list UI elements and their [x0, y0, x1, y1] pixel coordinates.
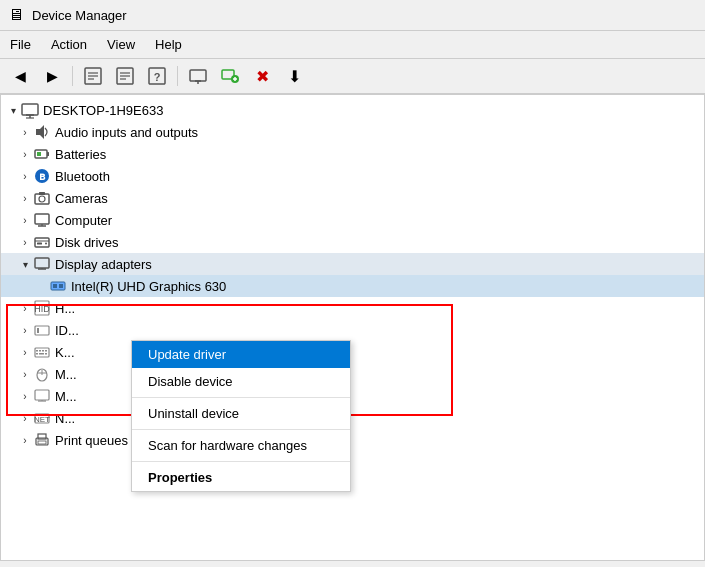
svg-rect-10: [190, 70, 206, 81]
tree-item-m1[interactable]: › M...: [1, 363, 704, 385]
tree-root[interactable]: ▾ DESKTOP-1H9E633: [1, 99, 704, 121]
m1-icon: [33, 365, 51, 383]
svg-point-36: [45, 243, 47, 245]
tree-item-intel-gpu[interactable]: Intel(R) UHD Graphics 630: [1, 275, 704, 297]
menu-action[interactable]: Action: [41, 33, 97, 56]
tree-item-cameras[interactable]: › Cameras: [1, 187, 704, 209]
svg-rect-58: [35, 390, 49, 400]
uninstall-button[interactable]: ✖: [248, 63, 276, 89]
batteries-label: Batteries: [55, 147, 106, 162]
k-chevron: ›: [17, 344, 33, 360]
display-label: Display adapters: [55, 257, 152, 272]
svg-rect-49: [39, 350, 41, 352]
audio-label: Audio inputs and outputs: [55, 125, 198, 140]
svg-rect-30: [35, 214, 49, 224]
audio-chevron: ›: [17, 124, 33, 140]
properties-button[interactable]: [79, 63, 107, 89]
disk-label: Disk drives: [55, 235, 119, 250]
display-chevron: ▾: [17, 256, 33, 272]
h-icon: HID: [33, 299, 51, 317]
svg-rect-24: [37, 152, 41, 156]
computer-icon: [33, 211, 51, 229]
svg-rect-37: [35, 258, 49, 268]
id-chevron: ›: [17, 322, 33, 338]
tree-item-audio[interactable]: › Audio inputs and outputs: [1, 121, 704, 143]
disk-chevron: ›: [17, 234, 33, 250]
svg-rect-35: [37, 243, 42, 245]
gpu-icon: [49, 277, 67, 295]
svg-rect-41: [53, 284, 57, 288]
menu-bar: File Action View Help: [0, 31, 705, 59]
svg-rect-29: [39, 192, 45, 195]
svg-rect-53: [39, 353, 44, 355]
svg-text:NET: NET: [34, 415, 50, 424]
update-driver-toolbar-button[interactable]: [111, 63, 139, 89]
svg-text:ʙ: ʙ: [39, 170, 46, 182]
toolbar-sep-1: [72, 66, 73, 86]
root-label: DESKTOP-1H9E633: [43, 103, 163, 118]
svg-text:?: ?: [154, 71, 161, 83]
context-menu-uninstall-device[interactable]: Uninstall device: [132, 400, 350, 427]
svg-rect-52: [36, 353, 38, 355]
context-menu: Update driver Disable device Uninstall d…: [131, 340, 351, 492]
computer-chevron: ›: [17, 212, 33, 228]
context-menu-scan[interactable]: Scan for hardware changes: [132, 432, 350, 459]
cameras-icon: [33, 189, 51, 207]
tree-item-n[interactable]: › NET N...: [1, 407, 704, 429]
tree-item-bluetooth[interactable]: › ʙ Bluetooth: [1, 165, 704, 187]
tree-item-batteries[interactable]: › Batteries: [1, 143, 704, 165]
context-menu-sep-1: [132, 397, 350, 398]
help-button[interactable]: ?: [143, 63, 171, 89]
disk-icon: [33, 233, 51, 251]
context-menu-update-driver[interactable]: Update driver: [132, 341, 350, 368]
tree-item-computer[interactable]: › Computer: [1, 209, 704, 231]
batteries-chevron: ›: [17, 146, 33, 162]
k-icon: [33, 343, 51, 361]
context-menu-sep-2: [132, 429, 350, 430]
svg-rect-46: [37, 328, 39, 333]
n-chevron: ›: [17, 410, 33, 426]
scan-hardware-button[interactable]: [184, 63, 212, 89]
tree-item-print[interactable]: › Print queues: [1, 429, 704, 451]
context-menu-properties[interactable]: Properties: [132, 464, 350, 491]
svg-text:HID: HID: [34, 304, 50, 314]
print-chevron: ›: [17, 432, 33, 448]
tree-item-display[interactable]: ▾ Display adapters: [1, 253, 704, 275]
add-device-button[interactable]: [216, 63, 244, 89]
forward-button[interactable]: ▶: [38, 63, 66, 89]
print-icon: [33, 431, 51, 449]
m2-label: M...: [55, 389, 77, 404]
m1-label: M...: [55, 367, 77, 382]
gpu-chevron: [33, 278, 49, 294]
main-content: ▾ DESKTOP-1H9E633 › Audio inputs and out…: [0, 94, 705, 561]
down-button[interactable]: ⬇: [280, 63, 308, 89]
menu-help[interactable]: Help: [145, 33, 192, 56]
back-button[interactable]: ◀: [6, 63, 34, 89]
audio-icon: [33, 123, 51, 141]
n-icon: NET: [33, 409, 51, 427]
computer-label: Computer: [55, 213, 112, 228]
id-icon: [33, 321, 51, 339]
h-chevron: ›: [17, 300, 33, 316]
menu-file[interactable]: File: [0, 33, 41, 56]
svg-rect-54: [45, 353, 47, 355]
m2-icon: [33, 387, 51, 405]
context-menu-disable-device[interactable]: Disable device: [132, 368, 350, 395]
device-tree: ▾ DESKTOP-1H9E633 › Audio inputs and out…: [1, 95, 704, 560]
tree-item-m2[interactable]: › M...: [1, 385, 704, 407]
gpu-label: Intel(R) UHD Graphics 630: [71, 279, 226, 294]
svg-rect-17: [22, 104, 38, 115]
n-label: N...: [55, 411, 75, 426]
m2-chevron: ›: [17, 388, 33, 404]
root-icon: [21, 101, 39, 119]
tree-item-h[interactable]: › HID H...: [1, 297, 704, 319]
tree-item-k[interactable]: › K...: [1, 341, 704, 363]
id-label: ID...: [55, 323, 79, 338]
svg-rect-48: [36, 350, 38, 352]
tree-item-id[interactable]: › ID...: [1, 319, 704, 341]
svg-rect-23: [47, 152, 49, 156]
k-label: K...: [55, 345, 75, 360]
tree-item-disk[interactable]: › Disk drives: [1, 231, 704, 253]
menu-view[interactable]: View: [97, 33, 145, 56]
svg-rect-65: [38, 441, 46, 444]
